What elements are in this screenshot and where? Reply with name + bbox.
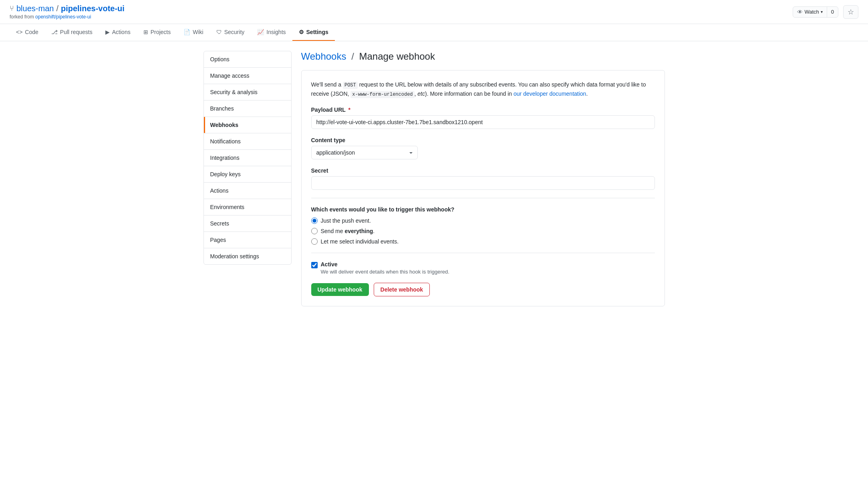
events-question: Which events would you like to trigger t… [311, 206, 655, 213]
button-row: Update webhook Delete webhook [311, 283, 655, 296]
sidebar-item-actions[interactable]: Actions [204, 183, 291, 199]
sidebar-item-options[interactable]: Options [204, 51, 291, 68]
sidebar-notifications-label: Notifications [210, 138, 241, 145]
tab-insights[interactable]: 📈 Insights [251, 24, 292, 41]
payload-url-group: Payload URL * [311, 107, 655, 129]
sidebar-item-integrations[interactable]: Integrations [204, 150, 291, 166]
nav-tabs: <> Code ⎇ Pull requests ▶ Actions ⊞ Proj… [0, 24, 868, 41]
active-checkbox-group: Active We will deliver event details whe… [311, 261, 655, 275]
sidebar: Options Manage access Security & analysi… [203, 51, 292, 265]
webhook-form-card: We'll send a POST request to the URL bel… [301, 70, 665, 306]
breadcrumb-current: Manage webhook [359, 51, 435, 62]
repo-title: ⑂ blues-man / pipelines-vote-ui [10, 4, 125, 13]
radio-just-push-input[interactable] [311, 217, 318, 224]
top-right: 👁 Watch ▾ 0 ☆ [793, 5, 858, 19]
active-desc: We will deliver event details when this … [321, 269, 449, 275]
sidebar-item-moderation[interactable]: Moderation settings [204, 248, 291, 264]
tab-projects[interactable]: ⊞ Projects [137, 24, 177, 41]
info-text: We'll send a POST request to the URL bel… [311, 80, 655, 99]
top-bar: ⑂ blues-man / pipelines-vote-ui forked f… [0, 0, 868, 24]
sidebar-options-label: Options [210, 56, 230, 62]
fork-icon: ⑂ [10, 4, 14, 13]
tab-security-label: Security [224, 29, 245, 35]
settings-icon: ⚙ [299, 29, 304, 35]
sidebar-manage-access-label: Manage access [210, 72, 250, 79]
section-divider [311, 198, 655, 198]
payload-url-label: Payload URL * [311, 107, 655, 113]
tab-actions[interactable]: ▶ Actions [99, 24, 137, 41]
tab-wiki-label: Wiki [193, 29, 203, 35]
fork-link[interactable]: openshift/pipelines-vote-ui [35, 14, 91, 20]
tab-code-label: Code [25, 29, 38, 35]
projects-icon: ⊞ [143, 29, 148, 35]
active-title: Active [321, 261, 449, 268]
sidebar-item-security-analysis[interactable]: Security & analysis [204, 84, 291, 101]
sidebar-item-branches[interactable]: Branches [204, 101, 291, 117]
sidebar-secrets-label: Secrets [210, 220, 229, 227]
urlencoded-code: x-www-form-urlencoded [350, 91, 414, 98]
sidebar-deploy-keys-label: Deploy keys [210, 171, 241, 177]
eye-icon: 👁 [797, 9, 803, 15]
radio-just-push-label[interactable]: Just the push event. [321, 217, 371, 224]
watch-button[interactable]: 👁 Watch ▾ 0 [793, 6, 838, 18]
secret-label: Secret [311, 167, 655, 174]
secret-group: Secret [311, 167, 655, 190]
payload-url-input[interactable] [311, 115, 655, 129]
sidebar-item-secrets[interactable]: Secrets [204, 215, 291, 232]
radio-individual: Let me select individual events. [311, 238, 655, 245]
watch-part[interactable]: 👁 Watch ▾ [793, 7, 827, 17]
main-content: Webhooks / Manage webhook We'll send a P… [301, 51, 665, 306]
content-type-group: Content type application/json applicatio… [311, 137, 655, 159]
repo-owner[interactable]: blues-man [16, 4, 54, 13]
update-webhook-button[interactable]: Update webhook [311, 283, 369, 296]
radio-just-push: Just the push event. [311, 217, 655, 224]
content-type-label: Content type [311, 137, 655, 143]
star-button[interactable]: ☆ [843, 5, 858, 19]
secret-input[interactable] [311, 176, 655, 190]
watch-label: Watch [804, 9, 819, 15]
fork-line: forked from openshift/pipelines-vote-ui [10, 14, 125, 20]
sidebar-integrations-label: Integrations [210, 155, 240, 161]
code-icon: <> [16, 29, 22, 35]
sidebar-item-deploy-keys[interactable]: Deploy keys [204, 166, 291, 183]
sidebar-item-webhooks[interactable]: Webhooks [204, 117, 291, 133]
sidebar-security-analysis-label: Security & analysis [210, 89, 258, 95]
sidebar-item-pages[interactable]: Pages [204, 232, 291, 248]
tab-settings[interactable]: ⚙ Settings [292, 24, 335, 41]
radio-everything-input[interactable] [311, 228, 318, 234]
repo-info: ⑂ blues-man / pipelines-vote-ui forked f… [10, 4, 125, 20]
page-title: Webhooks / Manage webhook [301, 51, 665, 62]
repo-sep: / [56, 4, 58, 13]
radio-individual-label[interactable]: Let me select individual events. [321, 238, 399, 245]
tab-pull-requests-label: Pull requests [60, 29, 93, 35]
radio-everything-label[interactable]: Send me everything. [321, 228, 375, 234]
tab-wiki[interactable]: 📄 Wiki [177, 24, 209, 41]
sidebar-moderation-label: Moderation settings [210, 253, 259, 260]
sidebar-item-environments[interactable]: Environments [204, 199, 291, 215]
wiki-icon: 📄 [183, 29, 190, 35]
events-radio-group: Which events would you like to trigger t… [311, 206, 655, 245]
tab-actions-label: Actions [112, 29, 131, 35]
radio-individual-input[interactable] [311, 238, 318, 245]
active-checkbox[interactable] [311, 262, 318, 268]
delete-webhook-button[interactable]: Delete webhook [374, 283, 430, 296]
developer-docs-link[interactable]: our developer documentation [514, 91, 586, 97]
sidebar-item-manage-access[interactable]: Manage access [204, 68, 291, 84]
breadcrumb-webhooks[interactable]: Webhooks [301, 51, 346, 62]
main-layout: Options Manage access Security & analysi… [194, 51, 675, 306]
sidebar-item-notifications[interactable]: Notifications [204, 133, 291, 150]
tab-projects-label: Projects [151, 29, 171, 35]
watch-chevron-icon: ▾ [821, 10, 823, 14]
insights-icon: 📈 [257, 29, 264, 35]
repo-name[interactable]: pipelines-vote-ui [61, 4, 125, 13]
watch-count[interactable]: 0 [827, 7, 838, 17]
security-icon: 🛡 [216, 29, 222, 35]
content-type-select[interactable]: application/json application/x-www-form-… [311, 146, 418, 159]
sidebar-webhooks-label: Webhooks [210, 122, 239, 128]
post-code: POST [343, 82, 358, 89]
tab-code[interactable]: <> Code [10, 24, 45, 41]
active-label[interactable]: Active We will deliver event details whe… [321, 261, 449, 275]
tab-security[interactable]: 🛡 Security [210, 24, 251, 41]
required-star: * [348, 107, 350, 113]
tab-pull-requests[interactable]: ⎇ Pull requests [45, 24, 99, 41]
